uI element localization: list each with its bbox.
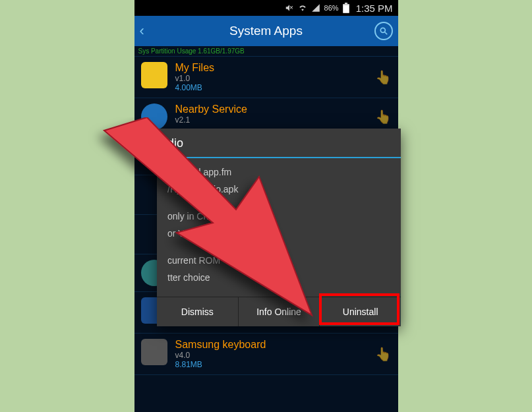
dialog-body: .android.app.fm /HybridRadio.apk only in… xyxy=(157,158,401,297)
mute-icon xyxy=(285,3,294,13)
dialog-button-row: Dismiss Info Online Uninstall xyxy=(157,297,401,326)
svg-line-4 xyxy=(384,32,387,35)
app-info: Nearby Service v2.1 xyxy=(175,103,392,125)
app-size: 4.00MB xyxy=(175,83,392,92)
dialog-desc-line: current ROM xyxy=(167,253,390,268)
tap-icon[interactable]: 👆 xyxy=(375,346,392,362)
app-icon-keyboard xyxy=(141,339,167,365)
svg-rect-2 xyxy=(343,5,349,13)
app-info: Samsung keyboard v4.0 8.81MB xyxy=(175,339,392,369)
tap-icon[interactable]: 👆 xyxy=(375,109,392,125)
battery-percent: 86% xyxy=(324,4,339,12)
uninstall-button[interactable]: Uninstall xyxy=(320,297,401,326)
dialog-desc-line: or Volunteers to translate xyxy=(167,226,390,241)
clock-text: 1:35 PM xyxy=(356,3,393,14)
app-row[interactable]: My Files v1.0 4.00MB 👆 xyxy=(134,57,398,98)
search-button[interactable] xyxy=(374,22,393,40)
app-header: ‹ System Apps xyxy=(134,16,398,46)
dialog-desc-line: tter choice xyxy=(167,270,390,285)
svg-point-3 xyxy=(380,28,385,32)
app-name: Samsung keyboard xyxy=(175,339,392,351)
signal-icon xyxy=(311,3,320,13)
dismiss-button[interactable]: Dismiss xyxy=(157,297,239,326)
app-info: My Files v1.0 4.00MB xyxy=(175,62,392,92)
app-icon-nearby xyxy=(141,103,167,130)
battery-icon xyxy=(343,3,349,13)
dialog-apk: /HybridRadio.apk xyxy=(167,182,390,196)
status-bar: 86% 1:35 PM xyxy=(134,0,398,16)
partition-usage: Sys Partition Usage 1.61GB/1.97GB xyxy=(134,46,398,57)
app-name: My Files xyxy=(175,62,392,74)
tap-icon[interactable]: 👆 xyxy=(375,69,392,85)
dialog-package: .android.app.fm xyxy=(167,165,390,179)
back-button[interactable]: ‹ xyxy=(140,22,144,40)
app-icon-folder xyxy=(141,62,167,88)
app-version: v4.0 xyxy=(175,351,392,360)
app-name: Nearby Service xyxy=(175,103,392,115)
spacer xyxy=(167,200,390,206)
dialog-desc-line: only in Chinese xyxy=(167,209,390,223)
svg-rect-1 xyxy=(345,3,347,4)
app-size: 8.81MB xyxy=(175,360,392,369)
page-title: System Apps xyxy=(229,24,303,38)
app-version: v1.0 xyxy=(175,74,392,83)
dialog-title: dio xyxy=(157,129,401,158)
spacer xyxy=(167,244,390,250)
app-row[interactable]: Samsung keyboard v4.0 8.81MB 👆 xyxy=(134,334,398,375)
wifi-icon xyxy=(298,3,307,13)
app-version: v2.1 xyxy=(175,115,392,125)
app-info-dialog: dio .android.app.fm /HybridRadio.apk onl… xyxy=(157,129,401,326)
info-online-button[interactable]: Info Online xyxy=(239,297,320,326)
